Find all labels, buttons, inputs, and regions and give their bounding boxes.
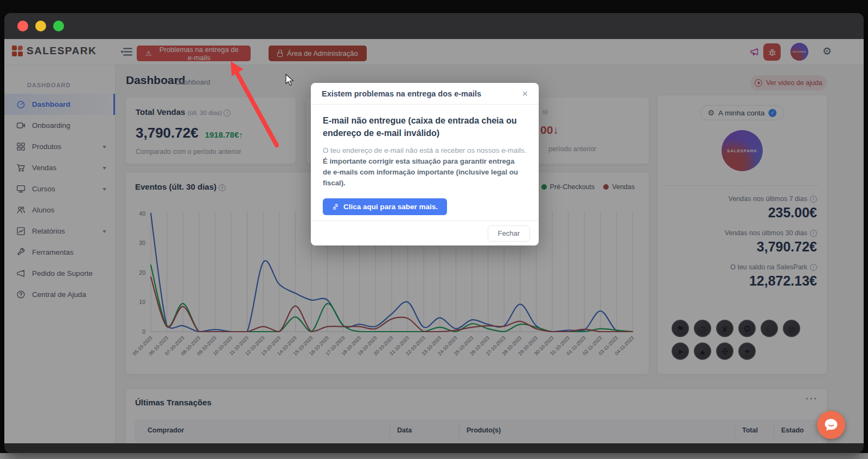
modal-text-1: O teu endereço de e-mail não está a rece… — [323, 145, 527, 156]
modal-header: Existem problemas na entrega dos e-mails… — [311, 83, 539, 105]
close-modal-button[interactable]: Fechar — [488, 225, 530, 242]
modal-text-2: É importante corrigir esta situação para… — [323, 156, 524, 188]
learn-more-button[interactable]: Clica aqui para saber mais. — [323, 198, 447, 215]
modal-title: Existem problemas na entrega dos e-mails — [322, 89, 481, 98]
window-zoom-button[interactable] — [53, 21, 64, 31]
screenshot-root: SALESPARK ⚠ Problemas na entrega de e-ma… — [0, 0, 868, 459]
email-problems-modal: Existem problemas na entrega dos e-mails… — [311, 83, 539, 245]
chat-widget-button[interactable] — [817, 411, 845, 439]
window-close-button[interactable] — [17, 21, 28, 31]
macos-window: SALESPARK ⚠ Problemas na entrega de e-ma… — [4, 13, 864, 453]
app-viewport: SALESPARK ⚠ Problemas na entrega de e-ma… — [4, 39, 864, 443]
modal-footer: Fechar — [311, 221, 539, 245]
modal-heading: E-mail não entregue (caixa de entrada ch… — [323, 114, 527, 139]
link-icon — [332, 203, 339, 210]
window-titlebar — [4, 13, 864, 39]
modal-body: E-mail não entregue (caixa de entrada ch… — [311, 105, 539, 215]
window-minimize-button[interactable] — [35, 21, 46, 31]
chat-bubble-icon — [824, 418, 839, 432]
desktop-strip — [0, 453, 868, 459]
close-icon[interactable]: × — [522, 89, 528, 99]
